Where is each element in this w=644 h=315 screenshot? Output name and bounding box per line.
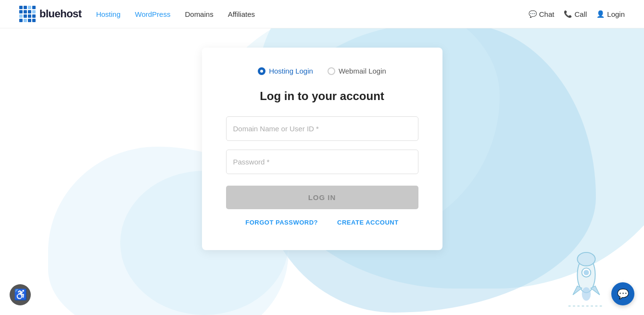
chat-button[interactable]: 💬 [611, 282, 634, 305]
svg-point-3 [583, 270, 589, 275]
nav-domains[interactable]: Domains [185, 10, 213, 18]
chat-nav-label: Chat [539, 10, 555, 18]
rocket-illustration [557, 246, 615, 310]
login-nav-link[interactable]: 👤 Login [596, 10, 625, 18]
hosting-login-label: Hosting Login [269, 67, 313, 75]
nav-wordpress[interactable]: WordPress [135, 10, 171, 18]
call-nav-link[interactable]: 📞 Call [564, 10, 587, 18]
user-nav-icon: 👤 [596, 10, 605, 18]
domain-input[interactable] [226, 116, 418, 141]
login-button[interactable]: LOG IN [226, 186, 418, 209]
login-form: LOG IN [226, 116, 418, 209]
login-nav-label: Login [607, 10, 625, 18]
logo-grid [19, 6, 36, 22]
password-field-group [226, 150, 418, 174]
login-title: Log in to your account [226, 89, 418, 103]
nav-actions: 💬 Chat 📞 Call 👤 Login [529, 10, 625, 18]
login-footer: FORGOT PASSWORD? CREATE ACCOUNT [226, 219, 418, 226]
hosting-login-tab[interactable]: Hosting Login [258, 67, 313, 75]
webmail-login-radio[interactable] [328, 67, 335, 75]
webmail-login-label: Webmail Login [339, 67, 386, 75]
accessibility-button[interactable]: ♿ [10, 284, 31, 305]
hosting-login-radio[interactable] [258, 67, 265, 75]
logo[interactable]: bluehost [19, 6, 82, 22]
call-nav-icon: 📞 [564, 10, 572, 18]
svg-point-1 [577, 252, 595, 266]
webmail-login-tab[interactable]: Webmail Login [328, 67, 386, 75]
create-account-link[interactable]: CREATE ACCOUNT [337, 219, 399, 226]
call-nav-label: Call [574, 10, 587, 18]
nav-hosting[interactable]: Hosting [96, 10, 121, 18]
svg-point-4 [582, 287, 591, 301]
login-tabs: Hosting Login Webmail Login [226, 67, 418, 75]
brand-name: bluehost [39, 8, 82, 20]
accessibility-icon: ♿ [14, 289, 27, 301]
chat-nav-link[interactable]: 💬 Chat [529, 10, 555, 18]
main-content: Hosting Login Webmail Login Log in to yo… [0, 28, 644, 250]
navigation: bluehost Hosting WordPress Domains Affil… [0, 0, 644, 28]
nav-links: Hosting WordPress Domains Affiliates [96, 10, 529, 18]
nav-affiliates[interactable]: Affiliates [228, 10, 255, 18]
forgot-password-link[interactable]: FORGOT PASSWORD? [245, 219, 318, 226]
domain-field-group [226, 116, 418, 141]
chat-nav-icon: 💬 [529, 10, 537, 18]
chat-bubble-icon: 💬 [617, 288, 629, 300]
login-card: Hosting Login Webmail Login Log in to yo… [202, 48, 442, 250]
password-input[interactable] [226, 150, 418, 174]
